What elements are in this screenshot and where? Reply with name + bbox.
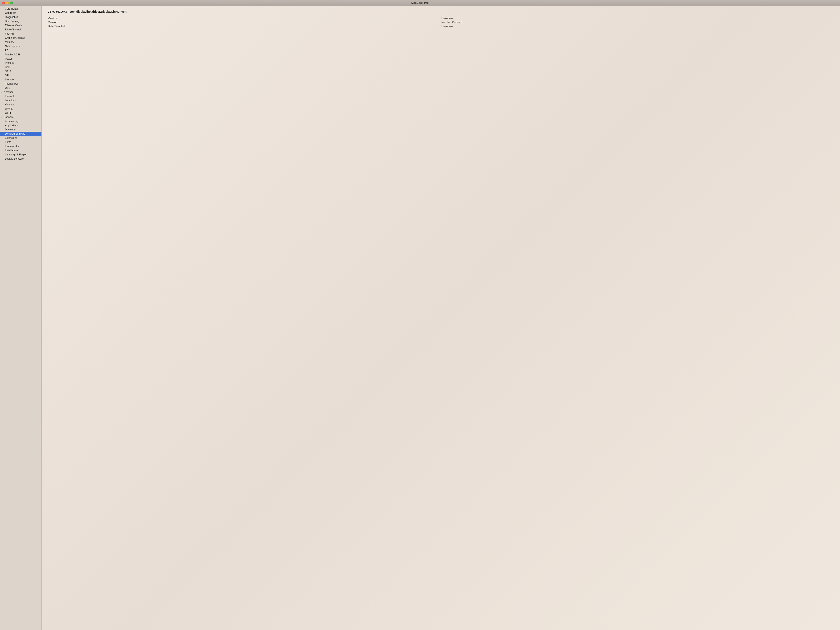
sidebar-item-locations[interactable]: Locations [0, 98, 41, 103]
driver-title: 73YQY62QM3 - com.displaylink.driver.Disp… [48, 10, 834, 13]
sidebar-item-card-reader[interactable]: Card Reader [0, 7, 41, 11]
sidebar-section-software[interactable]: ✓Software [0, 115, 41, 119]
sidebar-section-label: Software [4, 115, 14, 118]
sidebar-item-controller[interactable]: Controller [0, 11, 41, 15]
sidebar-item-printers[interactable]: Printers [0, 61, 41, 65]
sidebar-item-fibre-channel[interactable]: Fibre Channel [0, 27, 41, 32]
sidebar-item-diagnostics[interactable]: Diagnostics [0, 15, 41, 19]
sidebar-item-disabled-software[interactable]: Disabled Software [0, 132, 41, 136]
title-bar: MacBook Pro [0, 0, 840, 6]
sidebar-item-memory[interactable]: Memory [0, 40, 41, 44]
info-value: No User Consent [442, 21, 834, 24]
info-label: Date Disabled: [48, 25, 437, 28]
maximize-button[interactable] [10, 2, 13, 4]
sidebar-item-wi-fi[interactable]: Wi-Fi [0, 111, 41, 115]
chevron-icon: ✓ [1, 91, 3, 93]
sidebar-item-graphics-displays[interactable]: Graphics/Displays [0, 36, 41, 40]
sidebar-section-network[interactable]: ✓Network [0, 90, 41, 94]
sidebar-item-developer[interactable]: Developer [0, 128, 41, 132]
sidebar-item-pci[interactable]: PCI [0, 48, 41, 52]
sidebar-item-firewire[interactable]: FireWire [0, 32, 41, 36]
sidebar-item-legacy-software[interactable]: Legacy Software [0, 157, 41, 161]
sidebar-item-fonts[interactable]: Fonts [0, 140, 41, 144]
app-window: Card ReaderControllerDiagnosticsDisc Bur… [0, 6, 840, 630]
window-title: MacBook Pro [411, 1, 428, 5]
info-value: Unknown [442, 17, 834, 20]
sidebar-item-thunderbolt[interactable]: Thunderbolt [0, 82, 41, 86]
sidebar-item-applications[interactable]: Applications [0, 123, 41, 128]
sidebar-item-language-region[interactable]: Language & Region [0, 153, 41, 157]
info-value: Unknown [442, 25, 834, 28]
chevron-icon: ✓ [1, 116, 3, 118]
sidebar: Card ReaderControllerDiagnosticsDisc Bur… [0, 6, 42, 630]
sidebar-item-parallel-scsi[interactable]: Parallel SCSI [0, 52, 41, 57]
main-content: 73YQY62QM3 - com.displaylink.driver.Disp… [42, 6, 840, 630]
close-button[interactable] [2, 2, 5, 4]
sidebar-item-spi[interactable]: SPI [0, 73, 41, 77]
sidebar-section-label: Network [4, 91, 13, 93]
sidebar-item-disc-burning[interactable]: Disc Burning [0, 19, 41, 23]
sidebar-item-firewall[interactable]: Firewall [0, 94, 41, 98]
sidebar-item-power[interactable]: Power [0, 57, 41, 61]
sidebar-item-extensions[interactable]: Extensions [0, 136, 41, 140]
sidebar-item-sata[interactable]: SATA [0, 69, 41, 73]
sidebar-item-sas[interactable]: SAS [0, 65, 41, 69]
window-controls [2, 2, 13, 4]
sidebar-item-storage[interactable]: Storage [0, 77, 41, 82]
sidebar-item-frameworks[interactable]: Frameworks [0, 144, 41, 148]
sidebar-item-volumes[interactable]: Volumes [0, 103, 41, 107]
sidebar-item-installations[interactable]: Installations [0, 148, 41, 153]
info-label: Version: [48, 17, 437, 20]
sidebar-item-accessibility[interactable]: Accessibility [0, 119, 41, 123]
sidebar-item-nvmexpress[interactable]: NVMExpress [0, 44, 41, 48]
minimize-button[interactable] [6, 2, 9, 4]
info-table: Version:UnknownReason:No User ConsentDat… [48, 17, 834, 28]
sidebar-item-usb[interactable]: USB [0, 86, 41, 90]
sidebar-item-ethernet-cards[interactable]: Ethernet Cards [0, 23, 41, 27]
sidebar-item-wwan[interactable]: WWAN [0, 107, 41, 111]
info-label: Reason: [48, 21, 437, 24]
